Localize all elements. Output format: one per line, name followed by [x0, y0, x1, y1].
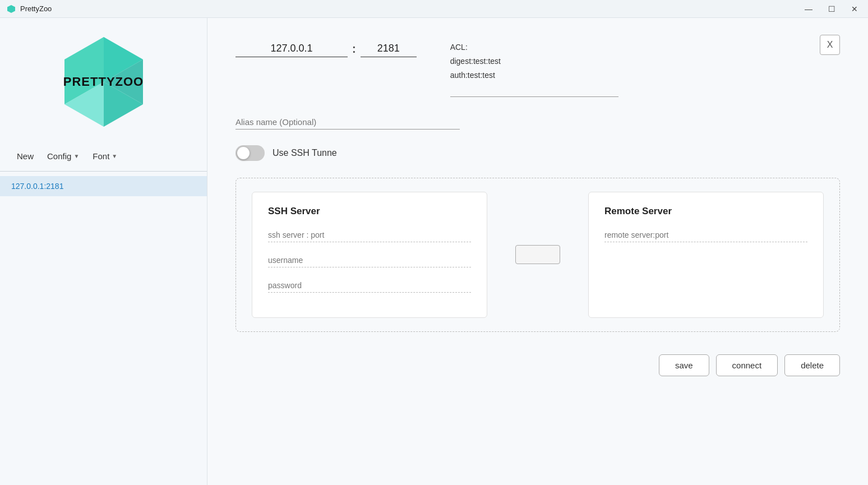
host-port-group: : — [236, 40, 417, 57]
titlebar-left: PrettyZoo — [7, 4, 52, 13]
main-content: X : ACL: digest:test:test auth:test:test — [207, 18, 868, 485]
top-row: : ACL: digest:test:test auth:test:test — [236, 40, 840, 99]
remote-server-port-field — [604, 228, 807, 242]
toggle-track — [236, 145, 265, 161]
svg-marker-0 — [7, 5, 15, 13]
server-item[interactable]: 127.0.0.1:2181 — [0, 176, 207, 196]
alias-row — [236, 115, 840, 130]
ssh-box: SSH Server Remote — [236, 178, 840, 332]
app-icon — [7, 4, 16, 13]
save-button[interactable]: save — [659, 354, 709, 376]
remote-server-card: Remote Server — [588, 192, 824, 318]
maximize-button[interactable]: ☐ — [825, 3, 839, 15]
server-list: 127.0.0.1:2181 — [0, 172, 207, 485]
toggle-thumb — [237, 147, 250, 159]
app-title: PrettyZoo — [20, 4, 52, 13]
ssh-password-input[interactable] — [268, 279, 471, 293]
logo: PRETTYZOO — [59, 31, 149, 132]
config-label: Config — [47, 151, 71, 161]
acl-line1: digest:test:test — [450, 54, 618, 68]
ssh-connect-button[interactable] — [515, 245, 560, 264]
alias-input[interactable] — [236, 115, 460, 130]
action-row: save connect delete — [236, 354, 840, 376]
form-card: X : ACL: digest:test:test auth:test:test — [236, 40, 840, 376]
nav-bar: New Config ▼ Font ▼ — [0, 144, 207, 172]
titlebar-controls: — ☐ ✕ — [801, 3, 861, 15]
ssh-server-title: SSH Server — [268, 206, 471, 217]
sidebar: PRETTYZOO New Config ▼ Font ▼ 127.0.0.1:… — [0, 18, 207, 485]
acl-input[interactable] — [450, 87, 618, 97]
ssh-toggle-label: Use SSH Tunne — [273, 148, 337, 158]
close-form-button[interactable]: X — [820, 35, 840, 55]
delete-button[interactable]: delete — [784, 354, 840, 376]
remote-server-port-input[interactable] — [604, 228, 807, 242]
config-dropdown[interactable]: Config ▼ — [41, 148, 85, 164]
colon-separator: : — [352, 43, 356, 56]
app-container: PRETTYZOO New Config ▼ Font ▼ 127.0.0.1:… — [0, 18, 868, 485]
font-dropdown[interactable]: Font ▼ — [87, 148, 123, 164]
ssh-toggle-row: Use SSH Tunne — [236, 145, 840, 161]
font-chevron-icon: ▼ — [112, 153, 117, 159]
server-item-label: 127.0.0.1:2181 — [11, 182, 63, 191]
acl-label: ACL: — [450, 40, 618, 54]
ssh-toggle[interactable] — [236, 145, 265, 161]
logo-area: PRETTYZOO — [0, 18, 207, 144]
host-input[interactable] — [236, 40, 348, 57]
font-label: Font — [93, 151, 109, 161]
remote-server-title: Remote Server — [604, 206, 807, 217]
connect-button[interactable]: connect — [716, 354, 778, 376]
port-input[interactable] — [361, 40, 417, 57]
connect-middle-area — [504, 192, 571, 318]
config-chevron-icon: ▼ — [73, 153, 79, 159]
ssh-server-port-input[interactable] — [268, 228, 471, 242]
ssh-username-field — [268, 253, 471, 267]
acl-line2: auth:test:test — [450, 68, 618, 82]
minimize-button[interactable]: — — [801, 3, 816, 15]
close-window-button[interactable]: ✕ — [848, 3, 861, 15]
ssh-server-port-field — [268, 228, 471, 242]
acl-area: ACL: digest:test:test auth:test:test — [450, 40, 618, 99]
titlebar: PrettyZoo — ☐ ✕ — [0, 0, 868, 18]
logo-text: PRETTYZOO — [63, 75, 144, 89]
ssh-username-input[interactable] — [268, 253, 471, 267]
ssh-server-card: SSH Server — [252, 192, 487, 318]
ssh-password-field — [268, 279, 471, 293]
new-button[interactable]: New — [11, 148, 39, 164]
